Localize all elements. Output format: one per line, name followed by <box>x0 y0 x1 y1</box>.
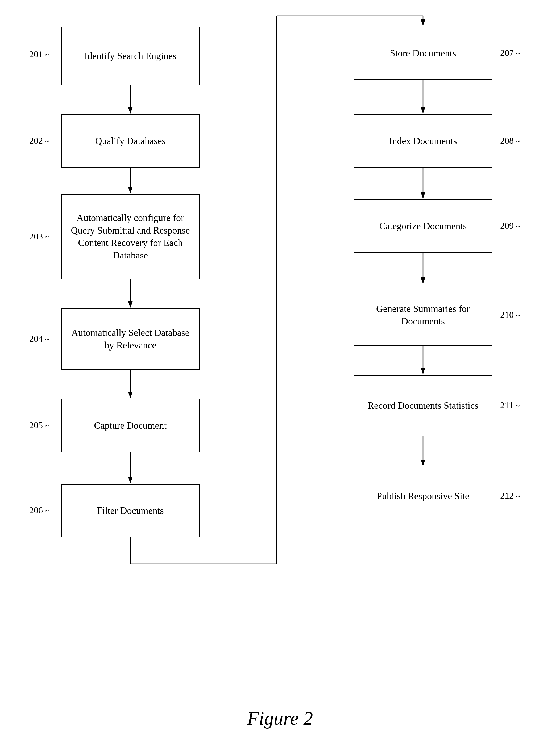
box-index-documents: Index Documents <box>354 114 492 167</box>
ref-209: 209 ~ <box>500 221 520 231</box>
box-filter-documents: Filter Documents <box>61 484 200 537</box>
ref-206: 206 ~ <box>29 505 49 515</box>
box-store-documents: Store Documents <box>354 27 492 80</box>
box-qualify-databases: Qualify Databases <box>61 114 200 167</box>
ref-207: 207 ~ <box>500 48 520 58</box>
box-capture-document: Capture Document <box>61 399 200 452</box>
box-categorize-documents: Categorize Documents <box>354 200 492 253</box>
ref-211: 211 ~ <box>500 400 520 410</box>
ref-205: 205 ~ <box>29 420 49 430</box>
ref-208: 208 ~ <box>500 136 520 146</box>
ref-202: 202 ~ <box>29 136 49 146</box>
ref-203: 203 ~ <box>29 231 49 242</box>
box-record-statistics: Record Documents Statistics <box>354 375 492 436</box>
ref-201: 201 ~ <box>29 49 49 59</box>
figure-caption: Figure 2 <box>0 707 560 738</box>
diagram-container: Identify Search Engines 201 ~ Qualify Da… <box>0 0 560 697</box>
ref-212: 212 ~ <box>500 491 520 501</box>
ref-204: 204 ~ <box>29 334 49 344</box>
box-auto-select-db: Automatically Select Database by Relevan… <box>61 309 200 370</box>
ref-210: 210 ~ <box>500 310 520 320</box>
box-identify-search-engines: Identify Search Engines <box>61 27 200 85</box>
box-publish-responsive-site: Publish Responsive Site <box>354 467 492 525</box>
box-generate-summaries: Generate Summaries for Documents <box>354 285 492 346</box>
box-auto-configure: Automatically configure for Query Submit… <box>61 194 200 279</box>
